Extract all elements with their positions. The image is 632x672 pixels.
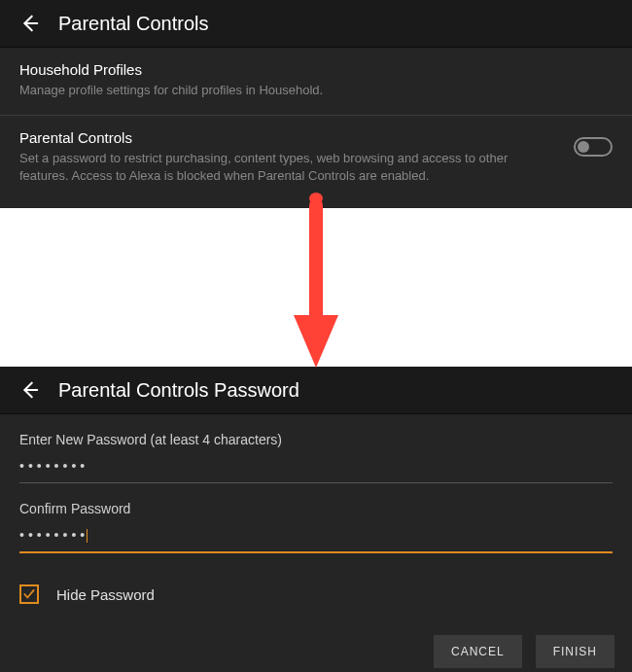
household-desc: Manage profile settings for child profil… [19, 82, 613, 99]
confirm-password-label: Confirm Password [19, 501, 613, 516]
button-row: CANCEL FINISH [0, 618, 632, 668]
back-icon[interactable] [18, 12, 41, 35]
gap-area [0, 208, 632, 367]
enter-password-input[interactable]: •••••••• [19, 457, 613, 483]
text-cursor-icon [87, 529, 88, 543]
household-profiles-row[interactable]: Household Profiles Manage profile settin… [0, 48, 632, 116]
parental-desc: Set a password to restrict purchasing, c… [19, 150, 554, 185]
cancel-button[interactable]: CANCEL [434, 635, 522, 668]
header-bottom: Parental Controls Password [0, 367, 632, 414]
parental-controls-row: Parental Controls Set a password to rest… [0, 116, 632, 200]
back-icon[interactable] [18, 378, 41, 402]
parental-controls-screen: Parental Controls Household Profiles Man… [0, 0, 632, 208]
enter-password-field: Enter New Password (at least 4 character… [19, 432, 613, 483]
hide-password-checkbox-row[interactable]: Hide Password [0, 571, 632, 618]
header-top: Parental Controls [0, 0, 632, 48]
parental-title: Parental Controls [19, 129, 554, 146]
page-title: Parental Controls Password [58, 379, 299, 402]
enter-password-label: Enter New Password (at least 4 character… [19, 432, 613, 447]
confirm-password-input[interactable]: •••••••• [19, 526, 613, 553]
finish-button[interactable]: FINISH [536, 635, 614, 668]
toggle-knob-icon [578, 141, 589, 153]
household-title: Household Profiles [19, 61, 613, 78]
confirm-password-field: Confirm Password •••••••• [19, 501, 613, 553]
parental-toggle[interactable] [574, 137, 613, 157]
checkbox-icon [19, 584, 39, 604]
page-title: Parental Controls [58, 13, 209, 35]
password-screen: Parental Controls Password Enter New Pas… [0, 367, 632, 672]
hide-password-label: Hide Password [56, 586, 155, 603]
